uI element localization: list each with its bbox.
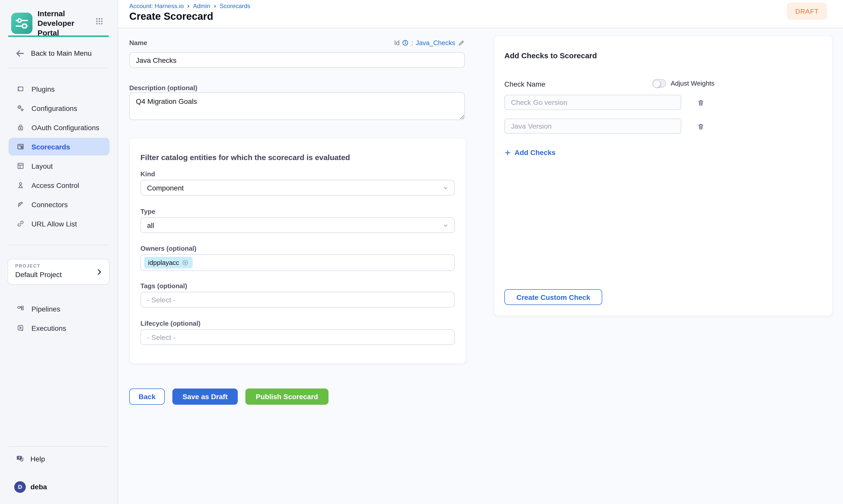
username: deba [31, 483, 47, 491]
type-label: Type [140, 208, 155, 215]
arrow-left-icon [15, 48, 25, 58]
check-row [504, 119, 706, 134]
tags-select[interactable]: - Select - [140, 292, 455, 307]
add-checks-button[interactable]: Add Checks [504, 148, 556, 157]
type-select[interactable]: all [140, 217, 455, 233]
delete-check-button[interactable] [696, 121, 706, 131]
delete-check-button[interactable] [696, 97, 706, 107]
chevron-down-icon [442, 222, 449, 229]
status-badge: DRAFT [787, 2, 827, 20]
avatar: D [14, 481, 26, 492]
breadcrumb: Account: Harness.io › Admin › Scorecards [129, 2, 250, 10]
owners-label: Owners (optional) [140, 245, 196, 252]
link-icon [16, 219, 25, 228]
project-name: Default Project [15, 270, 102, 278]
id-label: Id [394, 39, 400, 47]
brand: Internal Developer Portal [11, 8, 98, 37]
plus-icon [504, 149, 511, 156]
adjust-weights-toggle[interactable] [652, 79, 666, 88]
name-input[interactable] [129, 52, 465, 68]
person-icon [16, 181, 25, 190]
info-icon[interactable] [402, 39, 409, 46]
help-label: Help [31, 455, 45, 463]
page-header: Account: Harness.io › Admin › Scorecards… [118, 0, 843, 29]
project-selector[interactable]: PROJECT Default Project [7, 259, 109, 285]
trash-icon [696, 122, 705, 130]
help-chat-icon: ? [15, 454, 24, 464]
remove-chip-icon[interactable] [182, 259, 189, 266]
lifecycle-label: Lifecycle (optional) [140, 320, 200, 327]
breadcrumb-account[interactable]: Account: Harness.io [129, 2, 184, 10]
lock-icon [16, 123, 25, 132]
sidebar-item-plugins[interactable]: Plugins [8, 80, 109, 98]
breadcrumb-chevron-icon: › [214, 3, 216, 9]
chevron-down-icon [442, 184, 449, 191]
pipelines-icon [16, 304, 25, 313]
trash-icon [696, 98, 705, 107]
chevron-right-icon [95, 267, 104, 276]
publish-scorecard-button[interactable]: Publish Scorecard [245, 389, 329, 405]
check-name-label: Check Name [504, 80, 545, 88]
brand-underline [8, 35, 109, 37]
breadcrumb-chevron-icon: › [187, 3, 190, 9]
back-to-main-menu[interactable]: Back to Main Menu [8, 44, 109, 62]
back-button[interactable]: Back [129, 389, 165, 405]
check-row [504, 95, 706, 110]
sidebar: Internal Developer Portal Back to Main M… [0, 0, 118, 504]
svg-text:?: ? [18, 456, 20, 460]
layout-icon [16, 162, 25, 170]
executions-icon [16, 324, 25, 332]
description-input[interactable]: Q4 Migration Goals [129, 92, 465, 120]
description-label: Description (optional) [129, 84, 197, 92]
checks-heading: Add Checks to Scorecard [504, 51, 597, 60]
help-button[interactable]: ? Help [8, 450, 109, 468]
plugin-icon [16, 85, 25, 93]
add-checks-panel: Add Checks to Scorecard Check Name Adjus… [494, 36, 832, 316]
sidebar-item-pipelines[interactable]: Pipelines [8, 300, 109, 318]
sidebar-item-layout[interactable]: Layout [8, 157, 109, 175]
sidebar-nav: Plugins Configurations OAuth Configurati… [8, 80, 109, 233]
page-title: Create Scorecard [129, 11, 213, 22]
owners-input[interactable]: idpplayacc [140, 254, 455, 271]
app-grid-icon[interactable] [95, 17, 103, 25]
user-menu[interactable]: D deba [8, 478, 109, 496]
filter-card: Filter catalog entities for which the sc… [130, 138, 466, 363]
divider [8, 68, 109, 68]
save-as-draft-button[interactable]: Save as Draft [172, 389, 238, 405]
filter-heading: Filter catalog entities for which the sc… [140, 153, 350, 162]
check-input-1[interactable] [504, 95, 681, 110]
breadcrumb-scorecards[interactable]: Scorecards [219, 2, 250, 10]
idp-logo-icon [11, 13, 32, 34]
sidebar-item-oauth-configurations[interactable]: OAuth Configurations [8, 119, 109, 136]
sidebar-item-connectors[interactable]: Connectors [8, 196, 109, 213]
brand-title: Internal Developer Portal [37, 8, 98, 37]
sidebar-item-scorecards[interactable]: Scorecards [8, 138, 109, 156]
sidebar-item-configurations[interactable]: Configurations [8, 99, 109, 117]
id-value[interactable]: Java_Checks [416, 39, 455, 47]
lifecycle-select[interactable]: - Select - [140, 329, 455, 345]
kind-select[interactable]: Component [140, 180, 455, 196]
project-eyebrow: PROJECT [15, 264, 102, 268]
sidebar-item-url-allow-list[interactable]: URL Allow List [8, 215, 109, 233]
check-input-2[interactable] [504, 119, 681, 134]
scorecard-icon [16, 142, 25, 151]
adjust-weights-label: Adjust Weights [671, 79, 715, 87]
create-scorecard-page: Internal Developer Portal Back to Main M… [0, 0, 843, 504]
divider [8, 446, 109, 447]
sidebar-tools: Pipelines Executions [8, 300, 109, 337]
create-custom-check-button[interactable]: Create Custom Check [504, 289, 602, 305]
sidebar-item-executions[interactable]: Executions [8, 319, 109, 337]
form-actions: Back Save as Draft Publish Scorecard [129, 389, 329, 405]
edit-pencil-icon[interactable] [458, 39, 465, 46]
entity-id-row: Id : Java_Checks [129, 39, 465, 47]
breadcrumb-admin[interactable]: Admin [193, 2, 210, 10]
gears-icon [16, 104, 25, 112]
back-to-main-menu-label: Back to Main Menu [31, 49, 92, 57]
divider [8, 245, 109, 245]
kind-label: Kind [140, 170, 155, 178]
toggle-knob [653, 80, 661, 87]
tags-label: Tags (optional) [140, 282, 187, 290]
sidebar-item-access-control[interactable]: Access Control [8, 176, 109, 194]
owner-chip: idpplayacc [144, 257, 193, 268]
connectors-icon [16, 200, 25, 209]
